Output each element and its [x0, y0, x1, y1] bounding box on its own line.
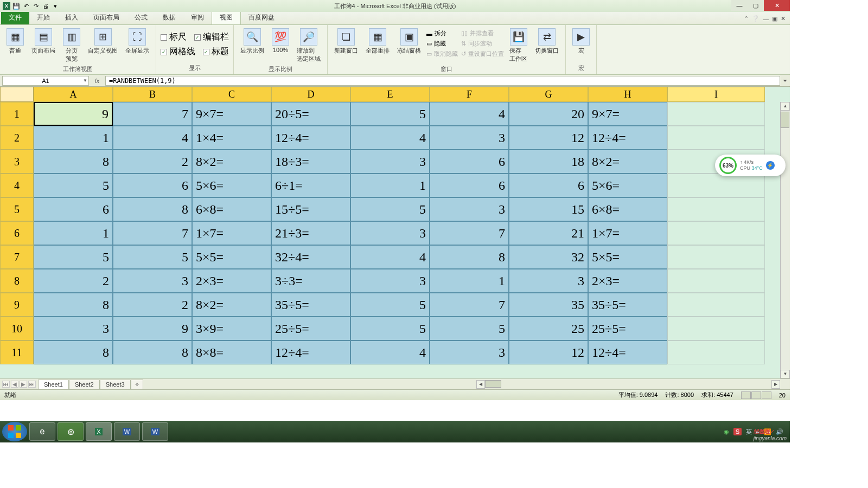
- cell-I1[interactable]: [667, 102, 765, 126]
- cell-A9[interactable]: 8: [34, 293, 113, 317]
- cell-F10[interactable]: 5: [430, 317, 509, 341]
- row-header-4[interactable]: 4: [0, 174, 34, 197]
- horizontal-scrollbar[interactable]: ◀ ▶: [476, 380, 780, 389]
- cell-B1[interactable]: 7: [113, 102, 192, 126]
- cell-I2[interactable]: [667, 126, 765, 150]
- cell-I7[interactable]: [667, 245, 765, 269]
- view-normal-icon[interactable]: [741, 391, 751, 399]
- view-break-icon[interactable]: [762, 391, 771, 399]
- sheet-tab-1[interactable]: Sheet1: [38, 380, 69, 389]
- cell-G7[interactable]: 32: [509, 245, 588, 269]
- cell-A11[interactable]: 8: [34, 341, 113, 364]
- cell-D5[interactable]: 15÷5=: [271, 197, 350, 221]
- split-button[interactable]: ▬ 拆分: [426, 29, 458, 37]
- cell-A6[interactable]: 1: [34, 221, 113, 245]
- cell-D3[interactable]: 18÷3=: [271, 150, 350, 174]
- normal-view-button[interactable]: ▦普通: [4, 27, 26, 56]
- cell-G9[interactable]: 35: [509, 293, 588, 317]
- cell-G1[interactable]: 20: [509, 102, 588, 126]
- cell-G11[interactable]: 12: [509, 341, 588, 364]
- page-layout-button[interactable]: ▤页面布局: [29, 27, 58, 56]
- cell-A8[interactable]: 2: [34, 269, 113, 293]
- tab-insert[interactable]: 插入: [58, 11, 86, 24]
- cell-H5[interactable]: 6×8=: [588, 197, 667, 221]
- minimize-button[interactable]: —: [731, 0, 748, 11]
- select-all-corner[interactable]: [0, 87, 34, 102]
- vertical-scrollbar[interactable]: ▲ ▼: [780, 102, 790, 378]
- cell-G6[interactable]: 21: [509, 221, 588, 245]
- sheet-nav-first[interactable]: ⏮: [2, 381, 10, 388]
- zoom-selection-button[interactable]: 🔎缩放到 选定区域: [295, 27, 323, 64]
- scroll-right-icon[interactable]: ▶: [771, 380, 780, 389]
- cell-F4[interactable]: 6: [430, 174, 509, 197]
- cell-F5[interactable]: 3: [430, 197, 509, 221]
- namebox-dropdown-icon[interactable]: ▼: [83, 78, 87, 83]
- row-header-3[interactable]: 3: [0, 150, 34, 174]
- row-header-7[interactable]: 7: [0, 245, 34, 269]
- cell-C3[interactable]: 8×2=: [192, 150, 271, 174]
- col-header-E[interactable]: E: [350, 87, 430, 102]
- cell-B2[interactable]: 4: [113, 126, 192, 150]
- cell-E1[interactable]: 5: [350, 102, 430, 126]
- scroll-left-icon[interactable]: ◀: [476, 380, 485, 389]
- sheet-tab-3[interactable]: Sheet3: [100, 380, 131, 389]
- hide-button[interactable]: ▭ 隐藏: [426, 40, 458, 48]
- cell-D9[interactable]: 35÷5=: [271, 293, 350, 317]
- col-header-C[interactable]: C: [192, 87, 271, 102]
- doc-close-icon[interactable]: ✕: [781, 15, 786, 22]
- cell-A4[interactable]: 5: [34, 174, 113, 197]
- cell-A1[interactable]: 9: [34, 102, 113, 126]
- cell-I10[interactable]: [667, 317, 765, 341]
- col-header-D[interactable]: D: [271, 87, 350, 102]
- scroll-down-icon[interactable]: ▼: [781, 370, 790, 378]
- headings-checkbox[interactable]: [203, 49, 209, 55]
- tab-formulas[interactable]: 公式: [127, 11, 155, 24]
- cell-F8[interactable]: 1: [430, 269, 509, 293]
- tab-pagelayout[interactable]: 页面布局: [86, 11, 127, 24]
- cell-D1[interactable]: 20÷5=: [271, 102, 350, 126]
- row-header-10[interactable]: 10: [0, 317, 34, 341]
- cell-A3[interactable]: 8: [34, 150, 113, 174]
- cell-A5[interactable]: 6: [34, 197, 113, 221]
- sheet-nav-prev[interactable]: ◀: [11, 381, 18, 388]
- cell-I5[interactable]: [667, 197, 765, 221]
- cell-B4[interactable]: 6: [113, 174, 192, 197]
- cell-G3[interactable]: 18: [509, 150, 588, 174]
- start-button[interactable]: [2, 422, 27, 441]
- ruler-checkbox[interactable]: [161, 34, 167, 41]
- cell-B5[interactable]: 8: [113, 197, 192, 221]
- cell-H6[interactable]: 1×7=: [588, 221, 667, 245]
- file-tab[interactable]: 文件: [1, 11, 29, 24]
- formula-expand-icon[interactable]: ⏷: [780, 78, 790, 84]
- taskbar-excel-icon[interactable]: X: [86, 422, 112, 441]
- cell-C10[interactable]: 3×9=: [192, 317, 271, 341]
- row-header-11[interactable]: 11: [0, 341, 34, 364]
- new-sheet-button[interactable]: ✧: [131, 380, 143, 389]
- unhide-button[interactable]: ▭ 取消隐藏: [426, 50, 458, 58]
- cell-H11[interactable]: 12÷4=: [588, 341, 667, 364]
- cell-G4[interactable]: 6: [509, 174, 588, 197]
- custom-views-button[interactable]: ⊞自定义视图: [86, 27, 120, 56]
- vscroll-thumb[interactable]: [781, 112, 789, 128]
- cell-G5[interactable]: 15: [509, 197, 588, 221]
- cell-H8[interactable]: 2×3=: [588, 269, 667, 293]
- close-button[interactable]: ✕: [764, 0, 790, 11]
- cell-H10[interactable]: 25÷5=: [588, 317, 667, 341]
- cell-D8[interactable]: 3÷3=: [271, 269, 350, 293]
- view-page-icon[interactable]: [751, 391, 761, 399]
- cell-E11[interactable]: 4: [350, 341, 430, 364]
- cell-F6[interactable]: 7: [430, 221, 509, 245]
- row-header-8[interactable]: 8: [0, 269, 34, 293]
- undo-icon[interactable]: ↶: [22, 2, 30, 10]
- print-icon[interactable]: 🖨: [41, 2, 50, 10]
- hscroll-thumb[interactable]: [485, 380, 501, 388]
- sogou-ime-icon[interactable]: S: [733, 428, 742, 435]
- cell-A2[interactable]: 1: [34, 126, 113, 150]
- ribbon-minimize-icon[interactable]: ⌃: [744, 15, 749, 22]
- cell-E5[interactable]: 5: [350, 197, 430, 221]
- help-icon[interactable]: ❔: [752, 15, 760, 22]
- cell-D4[interactable]: 6÷1=: [271, 174, 350, 197]
- qat-dropdown-icon[interactable]: ▾: [51, 2, 60, 10]
- zoom-level[interactable]: 20: [779, 392, 786, 399]
- row-header-9[interactable]: 9: [0, 293, 34, 317]
